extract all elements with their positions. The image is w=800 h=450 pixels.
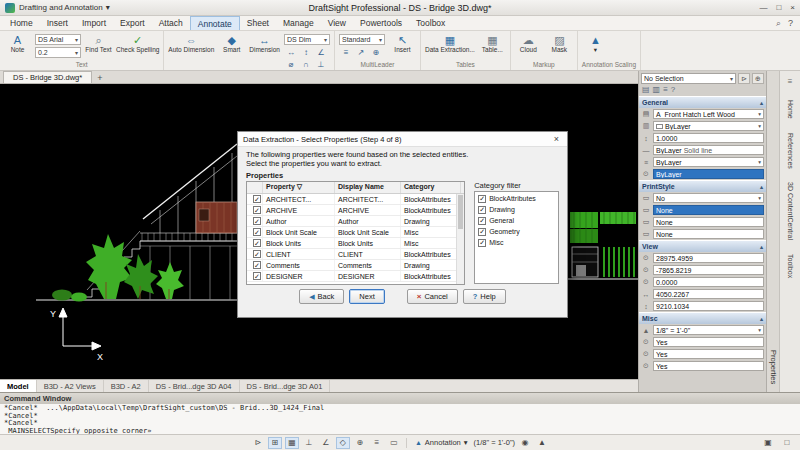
sheet-tab[interactable]: DS - Brid...dge 3D A04: [149, 380, 240, 392]
leader-collect-icon[interactable]: ⊕: [369, 47, 383, 58]
panel-menu-icon[interactable]: ≡: [788, 77, 793, 86]
find-text-button[interactable]: ⌕ Find Text: [85, 32, 112, 60]
text-style-select[interactable]: DS Arial ▾: [35, 34, 81, 45]
etrack-toggle-icon[interactable]: ⊕: [353, 437, 367, 449]
selection-dropdown[interactable]: No Selection ▾: [641, 73, 736, 84]
printstyle-field[interactable]: No ▾: [653, 193, 764, 203]
new-document-tab-button[interactable]: +: [92, 73, 107, 83]
lineweight-toggle-icon[interactable]: ≡: [370, 437, 384, 449]
sheet-tab-model[interactable]: Model: [0, 380, 37, 392]
esnap-toggle-icon[interactable]: ◇: [336, 437, 350, 449]
column-header-property[interactable]: Property ▽: [263, 182, 335, 193]
palette-layer-icon[interactable]: ▤: [642, 85, 650, 94]
tab-export[interactable]: Export: [113, 16, 152, 30]
row-checkbox[interactable]: ✓: [253, 272, 261, 280]
ortho-toggle-icon[interactable]: ⊥: [302, 437, 316, 449]
multileader-style-select[interactable]: Standard ▾: [339, 34, 385, 45]
print-area-toggle-icon[interactable]: ▭: [387, 437, 401, 449]
section-header-general[interactable]: General ▴: [639, 96, 766, 108]
printstyle-field[interactable]: None: [653, 205, 764, 215]
select-entities-icon[interactable]: ⊳: [738, 73, 750, 84]
auto-scale-icon[interactable]: ▲: [535, 437, 549, 449]
data-extraction-button[interactable]: ▦ Data Extraction...: [425, 32, 475, 60]
close-button[interactable]: ×: [790, 3, 795, 12]
check-spelling-button[interactable]: ✓ Check Spelling: [116, 32, 159, 60]
view-height-field[interactable]: 9210.1034: [653, 301, 764, 311]
tab-annotate[interactable]: Annotate: [190, 16, 240, 30]
insert-multileader-button[interactable]: ↖ Insert: [389, 32, 416, 60]
smart-dimension-button[interactable]: ◆ Smart: [218, 32, 245, 70]
section-header-misc[interactable]: Misc ▴: [639, 312, 766, 324]
row-checkbox[interactable]: ✓: [253, 239, 261, 247]
selection-mode-icon[interactable]: ⊳: [251, 437, 265, 449]
tab-sheet[interactable]: Sheet: [240, 16, 276, 30]
misc-field[interactable]: Yes: [653, 349, 764, 359]
side-tab-references[interactable]: References: [787, 133, 794, 169]
table-scrollbar[interactable]: [456, 194, 464, 284]
palette-tab-properties[interactable]: Properties: [769, 350, 778, 384]
baseline-dimension-icon[interactable]: ⊥: [314, 59, 328, 70]
column-header-display-name[interactable]: Display Name: [335, 182, 401, 193]
annotation-scaling-button[interactable]: ▲ ▾: [582, 32, 609, 60]
tab-powertools[interactable]: Powertools: [353, 16, 409, 30]
side-tab-home[interactable]: Home: [787, 100, 794, 119]
row-checkbox[interactable]: ✓: [253, 217, 261, 225]
column-header-category[interactable]: Category: [401, 182, 461, 193]
maximize-button[interactable]: □: [776, 3, 781, 12]
misc-field[interactable]: Yes: [653, 337, 764, 347]
annotation-scale-field[interactable]: 1/8" = 1'-0" ▾: [653, 325, 764, 335]
mask-button[interactable]: ▨ Mask: [546, 32, 573, 60]
tab-view[interactable]: View: [321, 16, 353, 30]
minimize-button[interactable]: —: [759, 3, 767, 12]
tab-insert[interactable]: Insert: [40, 16, 75, 30]
row-checkbox[interactable]: ✓: [253, 228, 261, 236]
snap-toggle-icon[interactable]: ⊞: [268, 437, 282, 449]
linestyle-field[interactable]: ByLayer Solid line: [653, 145, 764, 155]
grid-toggle-icon[interactable]: ▦: [285, 437, 299, 449]
category-checkbox[interactable]: ✓: [478, 195, 486, 203]
help-icon[interactable]: ?: [788, 18, 793, 28]
diameter-dimension-icon[interactable]: ⌀: [284, 59, 298, 70]
lineweight-field[interactable]: ByLayer ▾: [653, 157, 764, 167]
layer-field[interactable]: A_Front Hatch Left Wood ▾: [653, 109, 764, 119]
angular-dimension-icon[interactable]: ∠: [314, 47, 328, 58]
palette-help-icon[interactable]: ?: [671, 85, 675, 94]
tab-manage[interactable]: Manage: [276, 16, 321, 30]
leader-align-icon[interactable]: ≡: [339, 47, 353, 58]
sheet-tab[interactable]: B3D - A2: [104, 380, 149, 392]
category-checkbox[interactable]: ✓: [478, 206, 486, 214]
search-icon[interactable]: ⌕: [776, 18, 781, 29]
row-checkbox[interactable]: ✓: [253, 195, 261, 203]
dimension-style-select[interactable]: DS Dim ▾: [284, 34, 330, 45]
row-checkbox[interactable]: ✓: [253, 261, 261, 269]
tab-attach[interactable]: Attach: [152, 16, 190, 30]
row-checkbox[interactable]: ✓: [253, 250, 261, 258]
tab-import[interactable]: Import: [75, 16, 113, 30]
auto-dimension-button[interactable]: ⇔ Auto Dimension: [168, 32, 214, 70]
leader-edit-icon[interactable]: ↗: [354, 47, 368, 58]
back-button[interactable]: ◀ Back: [299, 289, 344, 304]
quick-select-icon[interactable]: ⊕: [752, 73, 764, 84]
cloud-button[interactable]: ☁ Cloud: [515, 32, 542, 60]
row-checkbox[interactable]: ✓: [253, 206, 261, 214]
vertical-dimension-icon[interactable]: ↕: [299, 47, 313, 58]
printstyle-field[interactable]: None: [653, 217, 764, 227]
drawing-viewport[interactable]: Y X Data Extraction - Select Properties …: [0, 84, 638, 379]
fullscreen-icon[interactable]: □: [780, 437, 794, 449]
tab-toolbox[interactable]: Toolbox: [409, 16, 452, 30]
palette-list-icon[interactable]: ≡: [663, 85, 668, 94]
palette-pattern-icon[interactable]: ▥: [653, 85, 661, 94]
view-z-field[interactable]: 0.0000: [653, 277, 764, 287]
next-button[interactable]: Next: [349, 289, 384, 304]
tab-home[interactable]: Home: [3, 16, 40, 30]
linear-dimension-icon[interactable]: ↔: [284, 47, 298, 58]
view-y-field[interactable]: -7865.8219: [653, 265, 764, 275]
category-checkbox[interactable]: ✓: [478, 239, 486, 247]
help-button[interactable]: ? Help: [463, 289, 506, 304]
category-checkbox[interactable]: ✓: [478, 217, 486, 225]
dialog-titlebar[interactable]: Data Extraction - Select Properties (Ste…: [238, 132, 567, 147]
sheet-tab[interactable]: DS - Brid...dge 3D A01: [240, 380, 331, 392]
dimension-button[interactable]: ↔ Dimension: [249, 32, 280, 70]
table-button[interactable]: ▦ Table...: [479, 32, 506, 60]
view-x-field[interactable]: 28975.4959: [653, 253, 764, 263]
